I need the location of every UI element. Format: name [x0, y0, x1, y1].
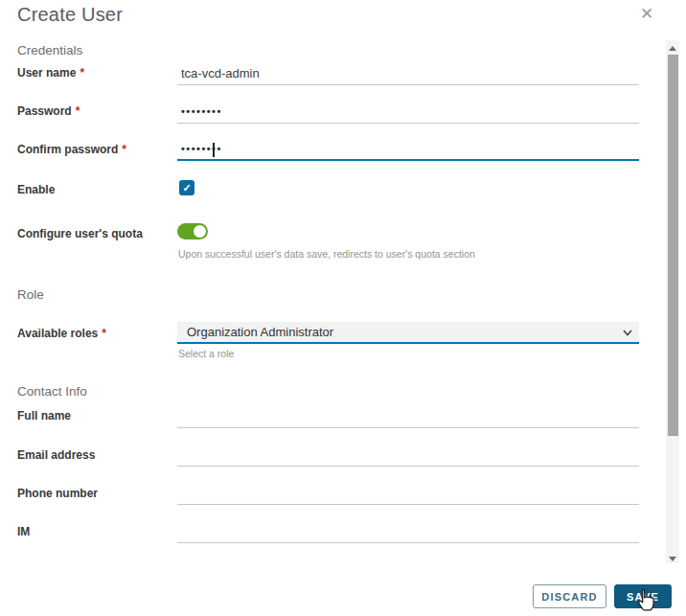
- role-helper-text: Select a role: [178, 348, 234, 359]
- im-label: IM: [17, 525, 30, 538]
- section-role: Role: [17, 287, 44, 302]
- password-label: Password*: [17, 104, 80, 118]
- email-label: Email address: [17, 448, 95, 462]
- enable-label: Enable: [17, 183, 55, 196]
- phone-input[interactable]: [177, 483, 639, 505]
- enable-checkbox[interactable]: ✓: [179, 180, 194, 195]
- email-input[interactable]: [177, 445, 639, 467]
- username-input[interactable]: [177, 63, 639, 85]
- discard-button[interactable]: DISCARD: [533, 584, 606, 608]
- scroll-up-icon: [669, 46, 676, 51]
- required-marker: *: [122, 143, 126, 156]
- quota-toggle[interactable]: [177, 223, 208, 240]
- vertical-scrollbar[interactable]: [666, 40, 679, 563]
- full-name-label: Full name: [17, 409, 71, 422]
- password-input[interactable]: [177, 102, 639, 124]
- scrollbar-up-button[interactable]: [666, 40, 679, 53]
- scroll-down-icon: [669, 557, 676, 561]
- text-caret: [213, 143, 215, 157]
- im-input[interactable]: [177, 521, 639, 543]
- quota-helper-text: Upon successful user's data save, redire…: [178, 248, 475, 260]
- required-marker: *: [80, 66, 84, 80]
- available-roles-label: Available roles*: [17, 327, 106, 340]
- full-name-input[interactable]: [177, 406, 639, 428]
- confirm-password-label: Confirm password*: [17, 143, 126, 156]
- section-contact-info: Contact Info: [17, 384, 87, 399]
- create-user-dialog: Create User ✕ Credentials User name* Pas…: [0, 0, 686, 616]
- close-button[interactable]: ✕: [635, 3, 658, 26]
- confirm-password-input[interactable]: [177, 139, 639, 161]
- section-credentials: Credentials: [17, 43, 82, 57]
- phone-label: Phone number: [17, 487, 98, 500]
- required-marker: *: [102, 327, 106, 340]
- close-icon: ✕: [640, 5, 653, 23]
- required-marker: *: [76, 104, 80, 118]
- username-label: User name*: [17, 66, 84, 80]
- check-icon: ✓: [182, 182, 191, 194]
- save-button[interactable]: SAVE: [614, 584, 672, 608]
- scrollbar-thumb[interactable]: [668, 55, 678, 436]
- available-roles-select[interactable]: Organization Administrator: [177, 322, 639, 344]
- quota-label: Configure user's quota: [17, 227, 143, 240]
- scrollbar-down-button[interactable]: [666, 551, 679, 563]
- toggle-knob: [194, 225, 206, 238]
- page-title: Create User: [17, 4, 123, 26]
